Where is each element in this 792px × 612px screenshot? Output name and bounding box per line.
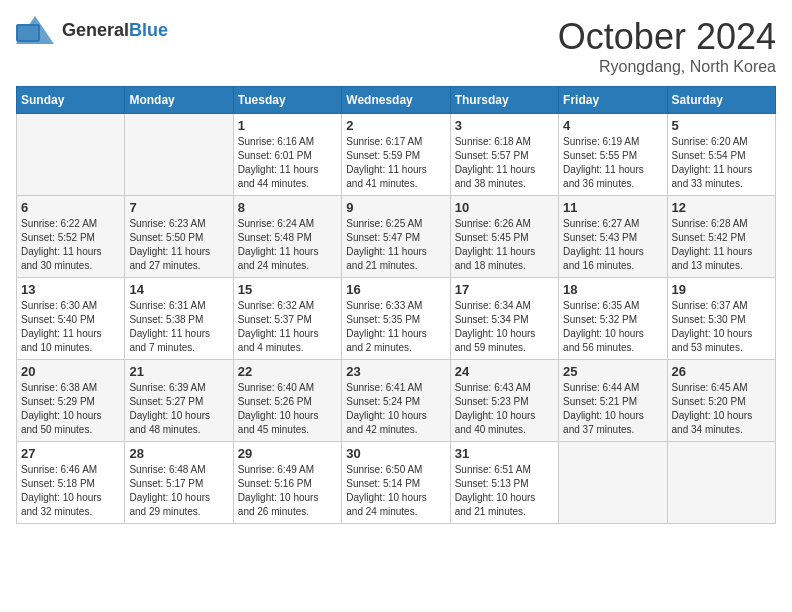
day-number: 3 <box>455 118 554 133</box>
calendar-cell: 1Sunrise: 6:16 AMSunset: 6:01 PMDaylight… <box>233 114 341 196</box>
day-number: 5 <box>672 118 771 133</box>
calendar-cell: 12Sunrise: 6:28 AMSunset: 5:42 PMDayligh… <box>667 196 775 278</box>
day-number: 26 <box>672 364 771 379</box>
calendar-cell: 3Sunrise: 6:18 AMSunset: 5:57 PMDaylight… <box>450 114 558 196</box>
day-number: 10 <box>455 200 554 215</box>
calendar-cell: 25Sunrise: 6:44 AMSunset: 5:21 PMDayligh… <box>559 360 667 442</box>
calendar-cell: 24Sunrise: 6:43 AMSunset: 5:23 PMDayligh… <box>450 360 558 442</box>
day-info: Sunrise: 6:22 AMSunset: 5:52 PMDaylight:… <box>21 217 120 273</box>
logo-blue: Blue <box>129 20 168 41</box>
calendar-cell: 22Sunrise: 6:40 AMSunset: 5:26 PMDayligh… <box>233 360 341 442</box>
day-number: 4 <box>563 118 662 133</box>
calendar-cell: 23Sunrise: 6:41 AMSunset: 5:24 PMDayligh… <box>342 360 450 442</box>
day-number: 12 <box>672 200 771 215</box>
day-number: 11 <box>563 200 662 215</box>
week-row-3: 13Sunrise: 6:30 AMSunset: 5:40 PMDayligh… <box>17 278 776 360</box>
day-number: 9 <box>346 200 445 215</box>
day-number: 24 <box>455 364 554 379</box>
day-info: Sunrise: 6:30 AMSunset: 5:40 PMDaylight:… <box>21 299 120 355</box>
day-info: Sunrise: 6:17 AMSunset: 5:59 PMDaylight:… <box>346 135 445 191</box>
page-header: General Blue October 2024 Ryongdang, Nor… <box>16 16 776 76</box>
calendar-cell: 10Sunrise: 6:26 AMSunset: 5:45 PMDayligh… <box>450 196 558 278</box>
day-info: Sunrise: 6:25 AMSunset: 5:47 PMDaylight:… <box>346 217 445 273</box>
calendar-cell: 7Sunrise: 6:23 AMSunset: 5:50 PMDaylight… <box>125 196 233 278</box>
day-number: 29 <box>238 446 337 461</box>
calendar-cell: 28Sunrise: 6:48 AMSunset: 5:17 PMDayligh… <box>125 442 233 524</box>
calendar-cell <box>125 114 233 196</box>
day-number: 14 <box>129 282 228 297</box>
logo-icon <box>16 16 54 44</box>
day-info: Sunrise: 6:18 AMSunset: 5:57 PMDaylight:… <box>455 135 554 191</box>
weekday-header-wednesday: Wednesday <box>342 87 450 114</box>
weekday-header-thursday: Thursday <box>450 87 558 114</box>
day-info: Sunrise: 6:16 AMSunset: 6:01 PMDaylight:… <box>238 135 337 191</box>
day-info: Sunrise: 6:32 AMSunset: 5:37 PMDaylight:… <box>238 299 337 355</box>
day-number: 18 <box>563 282 662 297</box>
day-number: 20 <box>21 364 120 379</box>
day-info: Sunrise: 6:51 AMSunset: 5:13 PMDaylight:… <box>455 463 554 519</box>
day-info: Sunrise: 6:41 AMSunset: 5:24 PMDaylight:… <box>346 381 445 437</box>
day-number: 27 <box>21 446 120 461</box>
calendar-cell: 6Sunrise: 6:22 AMSunset: 5:52 PMDaylight… <box>17 196 125 278</box>
logo: General Blue <box>16 16 168 44</box>
day-info: Sunrise: 6:43 AMSunset: 5:23 PMDaylight:… <box>455 381 554 437</box>
day-info: Sunrise: 6:50 AMSunset: 5:14 PMDaylight:… <box>346 463 445 519</box>
calendar-cell: 21Sunrise: 6:39 AMSunset: 5:27 PMDayligh… <box>125 360 233 442</box>
day-info: Sunrise: 6:45 AMSunset: 5:20 PMDaylight:… <box>672 381 771 437</box>
day-info: Sunrise: 6:24 AMSunset: 5:48 PMDaylight:… <box>238 217 337 273</box>
calendar-cell: 31Sunrise: 6:51 AMSunset: 5:13 PMDayligh… <box>450 442 558 524</box>
calendar-cell: 8Sunrise: 6:24 AMSunset: 5:48 PMDaylight… <box>233 196 341 278</box>
day-number: 22 <box>238 364 337 379</box>
day-info: Sunrise: 6:40 AMSunset: 5:26 PMDaylight:… <box>238 381 337 437</box>
calendar-cell: 30Sunrise: 6:50 AMSunset: 5:14 PMDayligh… <box>342 442 450 524</box>
calendar-cell: 20Sunrise: 6:38 AMSunset: 5:29 PMDayligh… <box>17 360 125 442</box>
logo-general: General <box>62 20 129 41</box>
day-number: 16 <box>346 282 445 297</box>
calendar-table: SundayMondayTuesdayWednesdayThursdayFrid… <box>16 86 776 524</box>
calendar-cell: 2Sunrise: 6:17 AMSunset: 5:59 PMDaylight… <box>342 114 450 196</box>
day-info: Sunrise: 6:39 AMSunset: 5:27 PMDaylight:… <box>129 381 228 437</box>
week-row-4: 20Sunrise: 6:38 AMSunset: 5:29 PMDayligh… <box>17 360 776 442</box>
day-info: Sunrise: 6:44 AMSunset: 5:21 PMDaylight:… <box>563 381 662 437</box>
day-number: 19 <box>672 282 771 297</box>
day-number: 8 <box>238 200 337 215</box>
day-info: Sunrise: 6:31 AMSunset: 5:38 PMDaylight:… <box>129 299 228 355</box>
weekday-header-friday: Friday <box>559 87 667 114</box>
calendar-cell: 11Sunrise: 6:27 AMSunset: 5:43 PMDayligh… <box>559 196 667 278</box>
calendar-cell: 17Sunrise: 6:34 AMSunset: 5:34 PMDayligh… <box>450 278 558 360</box>
calendar-cell: 13Sunrise: 6:30 AMSunset: 5:40 PMDayligh… <box>17 278 125 360</box>
day-number: 21 <box>129 364 228 379</box>
day-info: Sunrise: 6:19 AMSunset: 5:55 PMDaylight:… <box>563 135 662 191</box>
day-number: 23 <box>346 364 445 379</box>
week-row-2: 6Sunrise: 6:22 AMSunset: 5:52 PMDaylight… <box>17 196 776 278</box>
day-number: 7 <box>129 200 228 215</box>
day-info: Sunrise: 6:20 AMSunset: 5:54 PMDaylight:… <box>672 135 771 191</box>
day-info: Sunrise: 6:33 AMSunset: 5:35 PMDaylight:… <box>346 299 445 355</box>
day-info: Sunrise: 6:28 AMSunset: 5:42 PMDaylight:… <box>672 217 771 273</box>
calendar-cell: 26Sunrise: 6:45 AMSunset: 5:20 PMDayligh… <box>667 360 775 442</box>
week-row-5: 27Sunrise: 6:46 AMSunset: 5:18 PMDayligh… <box>17 442 776 524</box>
weekday-header-row: SundayMondayTuesdayWednesdayThursdayFrid… <box>17 87 776 114</box>
calendar-cell <box>667 442 775 524</box>
day-number: 17 <box>455 282 554 297</box>
day-info: Sunrise: 6:23 AMSunset: 5:50 PMDaylight:… <box>129 217 228 273</box>
day-number: 6 <box>21 200 120 215</box>
weekday-header-sunday: Sunday <box>17 87 125 114</box>
day-info: Sunrise: 6:49 AMSunset: 5:16 PMDaylight:… <box>238 463 337 519</box>
calendar-cell: 29Sunrise: 6:49 AMSunset: 5:16 PMDayligh… <box>233 442 341 524</box>
title-section: October 2024 Ryongdang, North Korea <box>558 16 776 76</box>
day-info: Sunrise: 6:48 AMSunset: 5:17 PMDaylight:… <box>129 463 228 519</box>
calendar-cell: 14Sunrise: 6:31 AMSunset: 5:38 PMDayligh… <box>125 278 233 360</box>
day-info: Sunrise: 6:37 AMSunset: 5:30 PMDaylight:… <box>672 299 771 355</box>
calendar-cell: 27Sunrise: 6:46 AMSunset: 5:18 PMDayligh… <box>17 442 125 524</box>
day-number: 13 <box>21 282 120 297</box>
day-number: 31 <box>455 446 554 461</box>
weekday-header-monday: Monday <box>125 87 233 114</box>
calendar-cell <box>559 442 667 524</box>
calendar-cell: 16Sunrise: 6:33 AMSunset: 5:35 PMDayligh… <box>342 278 450 360</box>
location-title: Ryongdang, North Korea <box>558 58 776 76</box>
weekday-header-tuesday: Tuesday <box>233 87 341 114</box>
day-number: 15 <box>238 282 337 297</box>
day-info: Sunrise: 6:34 AMSunset: 5:34 PMDaylight:… <box>455 299 554 355</box>
weekday-header-saturday: Saturday <box>667 87 775 114</box>
